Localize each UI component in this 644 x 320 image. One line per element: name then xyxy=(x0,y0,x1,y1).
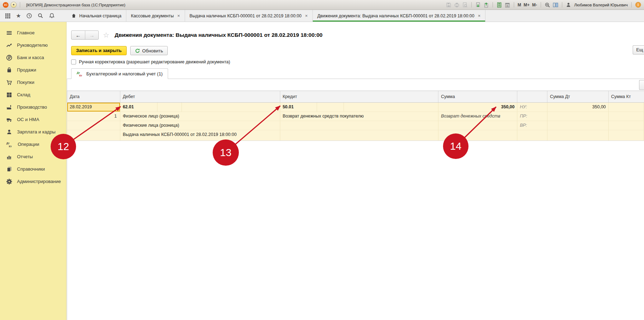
cell-amount-dt-vr[interactable] xyxy=(547,121,609,130)
window-title: [КОПИЯ] Демонстрационная база (1С:Предпр… xyxy=(26,3,125,7)
close-icon[interactable]: × xyxy=(478,13,481,18)
cell-tax-label-nu[interactable]: НУ: xyxy=(517,103,547,112)
cell-amount[interactable]: 350,00 xyxy=(438,103,517,112)
cell-credit-extra2[interactable] xyxy=(344,103,439,112)
tab-label: Движения документа: Выдача наличных КСБП… xyxy=(317,13,475,18)
more-actions-button[interactable]: Ещ xyxy=(633,45,644,55)
cell-amount-kt-pr[interactable] xyxy=(609,112,644,121)
memory-m-button[interactable]: M xyxy=(518,2,521,7)
tab-document-movements[interactable]: Движения документа: Выдача наличных КСБП… xyxy=(313,10,485,22)
back-button[interactable]: ← xyxy=(71,31,85,39)
sidebar-item-purchases[interactable]: Покупки xyxy=(0,76,66,88)
cell-debit-extra1[interactable] xyxy=(157,103,182,112)
favorite-star-icon[interactable]: ☆ xyxy=(103,31,109,39)
favorites-star-icon[interactable]: ★ xyxy=(16,13,21,19)
cell-debit-subconto-1[interactable]: Физическое лицо (розница) xyxy=(120,112,280,121)
sidebar-item-label: Операции xyxy=(18,142,39,147)
cell-line-number[interactable]: 1 xyxy=(67,112,120,121)
divider xyxy=(471,2,472,7)
tab-accounting-tax-register[interactable]: ДтКт Бухгалтерский и налоговый учет (1) xyxy=(71,68,168,79)
dt-kt-icon: ДтКт xyxy=(76,71,84,77)
cell-empty[interactable] xyxy=(67,130,120,141)
cell-empty[interactable] xyxy=(67,121,120,130)
memory-m-plus-button[interactable]: M+ xyxy=(524,2,530,7)
cell-empty[interactable] xyxy=(547,130,609,141)
sidebar-item-label: Производство xyxy=(17,104,47,110)
memory-m-minus-button[interactable]: M- xyxy=(532,2,537,7)
sidebar-item-bank-cash[interactable]: Банк и касса xyxy=(0,51,66,64)
sidebar-item-administration[interactable]: Администрирование xyxy=(0,175,66,188)
divider xyxy=(541,2,541,7)
calculator-icon[interactable] xyxy=(496,2,502,8)
table-more-button[interactable] xyxy=(639,80,644,90)
cell-debit-subconto-3[interactable]: Выдача наличных КСБП-000001 от 28.02.201… xyxy=(120,130,280,141)
cell-credit-extra1[interactable] xyxy=(317,103,344,112)
cell-tax-label-pr[interactable]: ПР: xyxy=(517,112,547,121)
divider xyxy=(493,2,493,7)
cell-amount-kt-vr[interactable] xyxy=(609,121,644,130)
search-icon[interactable] xyxy=(38,13,44,19)
sidebar-item-manager[interactable]: Руководителю xyxy=(0,39,66,51)
zoom-icon[interactable] xyxy=(545,2,550,8)
manual-adjustment-label: Ручная корректировка (разрешает редактир… xyxy=(79,59,230,64)
apps-grid-icon[interactable] xyxy=(5,13,11,19)
sidebar-item-sales[interactable]: Продажи xyxy=(0,64,66,76)
info-icon[interactable]: i xyxy=(635,2,641,8)
calendar-icon[interactable]: 31 xyxy=(505,2,510,8)
cell-amount-dt-nu[interactable]: 350,00 xyxy=(547,103,609,112)
save-file-icon[interactable] xyxy=(483,2,489,8)
cell-debit-account[interactable]: 62.01 xyxy=(120,103,157,112)
cell-credit-subconto-1[interactable]: Возврат денежных средств покупателю xyxy=(280,112,439,121)
cell-credit-subconto-3[interactable] xyxy=(280,130,439,141)
history-icon[interactable] xyxy=(26,13,32,19)
column-header-sum: Сумма xyxy=(438,91,517,102)
bar-chart-icon xyxy=(6,154,12,160)
save-icon[interactable] xyxy=(446,2,452,8)
print-preview-icon[interactable] xyxy=(462,2,468,8)
cell-credit-subconto-2[interactable] xyxy=(280,121,439,130)
cell-empty[interactable] xyxy=(517,130,547,141)
cell-empty[interactable] xyxy=(438,121,517,130)
sidebar-item-main[interactable]: Главное xyxy=(0,27,66,39)
tab-cash-withdrawal-document[interactable]: Выдача наличных КСБП-000001 от 28.02.201… xyxy=(185,10,313,22)
tab-home[interactable]: Начальная страница xyxy=(67,10,126,22)
notifications-icon[interactable] xyxy=(49,13,55,19)
cell-amount-dt-pr[interactable] xyxy=(547,112,609,121)
tab-label: Выдача наличных КСБП-000001 от 28.02.201… xyxy=(190,13,302,18)
cell-empty[interactable] xyxy=(438,130,517,141)
sidebar-item-operations[interactable]: ДтКт Операции xyxy=(0,138,66,150)
current-user-button[interactable]: Любимов Валерий Юрьевич xyxy=(574,3,628,7)
sidebar-item-label: ОС и НМА xyxy=(17,117,39,122)
shopping-cart-icon xyxy=(6,79,12,86)
sidebar-item-fixed-assets[interactable]: ОС и НМА xyxy=(0,113,66,126)
cell-debit-subconto-2[interactable]: Физические лица (розница) xyxy=(120,121,280,130)
dt-kt-icon: ДтКт xyxy=(6,141,13,148)
sidebar-item-directories[interactable]: Справочники xyxy=(0,163,66,175)
sidebar-item-reports[interactable]: Отчеты xyxy=(0,150,66,163)
cell-empty[interactable] xyxy=(609,130,644,141)
tab-cash-documents[interactable]: Кассовые документы × xyxy=(126,10,185,22)
menu-lines-icon xyxy=(6,30,12,36)
table-row: 28.02.2019 62.01 50.01 350,00 НУ: 350,00 xyxy=(67,103,644,112)
cell-content[interactable]: Возврат денежных средств xyxy=(438,112,517,121)
sidebar-item-warehouse[interactable]: Склад xyxy=(0,88,66,101)
cell-amount-kt-nu[interactable] xyxy=(609,103,644,112)
close-icon[interactable]: × xyxy=(177,13,180,18)
main-menu-dropdown-button[interactable]: ▼ xyxy=(11,2,17,8)
print-icon[interactable] xyxy=(454,2,460,8)
cell-debit-extra2[interactable] xyxy=(182,103,280,112)
close-icon[interactable]: × xyxy=(305,13,308,18)
manual-adjustment-checkbox[interactable] xyxy=(71,59,76,64)
sidebar-item-payroll-hr[interactable]: Зарплата и кадры xyxy=(0,126,66,138)
refresh-button[interactable]: Обновить xyxy=(130,46,168,55)
sidebar-item-label: Руководителю xyxy=(17,42,48,48)
forward-button[interactable]: → xyxy=(85,31,98,39)
open-file-icon[interactable] xyxy=(475,2,481,8)
save-and-close-button[interactable]: Записать и закрыть xyxy=(71,46,127,55)
sidebar-item-production[interactable]: Производство xyxy=(0,101,66,113)
split-window-icon[interactable] xyxy=(553,2,558,8)
cell-tax-label-vr[interactable]: ВР: xyxy=(517,121,547,130)
movements-table: Дата Дебет Кредит Сумма Сумма Дт Сумма К… xyxy=(67,91,644,141)
cell-date[interactable]: 28.02.2019 xyxy=(67,103,120,112)
cell-credit-account[interactable]: 50.01 xyxy=(280,103,317,112)
